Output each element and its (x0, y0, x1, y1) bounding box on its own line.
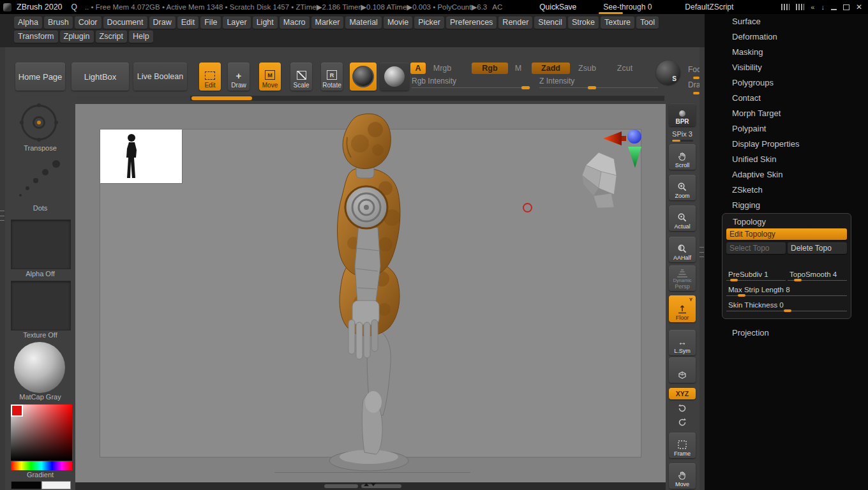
spin-cw-button[interactable] (675, 416, 689, 429)
menu-item[interactable]: Edit (177, 17, 199, 29)
current-material-button[interactable] (350, 63, 377, 91)
tray-toggle-left-icon[interactable] (781, 4, 789, 10)
palette-section[interactable]: Adaptive Skin (705, 167, 868, 182)
quicksave-button[interactable]: QuickSave (539, 3, 576, 11)
right-divider-grip[interactable] (700, 247, 704, 257)
skin-thickness-slider[interactable]: Skin Thickness 0 (726, 300, 847, 311)
menu-item[interactable]: Movie (384, 17, 412, 29)
frame-button[interactable]: Frame (669, 433, 696, 458)
move-mode-button[interactable]: M Move (259, 63, 281, 91)
menu-item[interactable]: Preferences (446, 17, 497, 29)
menu-item[interactable]: Light (253, 17, 278, 29)
arrow-down-icon[interactable] (371, 483, 376, 486)
stroke-dots-icon[interactable] (14, 158, 65, 203)
menu-item[interactable]: Color (75, 17, 101, 29)
spix-handle[interactable] (672, 140, 680, 142)
palette-section[interactable]: Unified Skin (705, 152, 868, 167)
menu-item[interactable]: Stencil (534, 17, 566, 29)
menu-item[interactable]: File (200, 17, 221, 29)
current-color-swatch[interactable] (11, 405, 23, 417)
transpose-gizmo-icon[interactable] (21, 105, 57, 140)
m-toggle[interactable]: M (513, 63, 524, 74)
rgb-intensity-slider[interactable]: Rgb Intensity (412, 77, 530, 88)
arrow-up-icon[interactable] (364, 483, 369, 486)
spin-ccw-button[interactable] (675, 402, 689, 415)
spix-slider[interactable]: SPix 3 (669, 130, 696, 142)
palette-section[interactable]: Surface (705, 14, 868, 29)
minimize-icon[interactable] (831, 4, 837, 10)
canvas-size-arrows[interactable] (364, 483, 376, 486)
scrollbar-thumb[interactable] (324, 484, 358, 488)
local-symmetry-button[interactable]: ↔ L.Sym (669, 330, 696, 355)
alpha-selector[interactable] (11, 219, 71, 269)
menu-item[interactable]: Draw (149, 17, 176, 29)
presubdiv-handle[interactable] (730, 279, 738, 281)
aahalf-button[interactable]: AAHalf (669, 237, 696, 262)
menu-item[interactable]: Marker (311, 17, 344, 29)
z-intensity-handle[interactable] (588, 86, 596, 89)
toposmooth-handle[interactable] (794, 279, 802, 281)
a-toggle[interactable]: A (410, 63, 426, 74)
menu-item[interactable]: Zplugin (60, 31, 94, 43)
zsub-toggle[interactable]: Zsub (575, 63, 599, 74)
scale-mode-button[interactable]: Scale (290, 63, 312, 91)
material-selector[interactable] (14, 342, 65, 393)
palette-section[interactable]: Polygroups (705, 75, 868, 91)
menu-item[interactable]: Texture (601, 17, 634, 29)
skin-thickness-handle[interactable] (784, 309, 791, 312)
current-stroke-button[interactable]: S (656, 61, 680, 85)
document-canvas[interactable] (75, 104, 666, 482)
draw-size-handle[interactable] (693, 92, 700, 94)
texture-selector[interactable] (11, 281, 71, 330)
palette-section-projection[interactable]: Projection (705, 325, 868, 341)
edit-mode-button[interactable]: Edit (199, 63, 221, 91)
rotate-mode-button[interactable]: R Rotate (321, 63, 343, 91)
z-intensity-slider[interactable]: Z Intensity (539, 77, 658, 88)
close-icon[interactable]: ✕ (856, 3, 862, 11)
rgb-intensity-handle[interactable] (521, 86, 530, 89)
left-divider-grip[interactable] (0, 211, 4, 221)
palette-section[interactable]: ZSketch (705, 182, 868, 198)
menu-item[interactable]: Alpha (14, 17, 42, 29)
shelf-scrollbar[interactable] (77, 96, 664, 101)
palette-section[interactable]: Deformation (705, 29, 868, 45)
dynamic-persp-button[interactable]: Dynamic Persp (669, 265, 696, 291)
tray-toggle-right-icon[interactable] (796, 4, 804, 10)
mrgb-toggle[interactable]: Mrgb (430, 63, 455, 74)
scroll-thumb[interactable] (191, 96, 252, 100)
menu-item[interactable]: Help (129, 31, 153, 43)
palette-section[interactable]: Masking (705, 45, 868, 60)
scroll-button[interactable]: Scroll (669, 144, 696, 170)
download-icon[interactable]: ↓ (821, 4, 825, 11)
move-canvas-button[interactable]: Move (669, 463, 696, 489)
menu-item[interactable]: Brush (44, 17, 73, 29)
bpr-button[interactable]: BPR (669, 103, 696, 126)
canvas-scrollbar[interactable] (75, 482, 666, 490)
palette-section[interactable]: Contact (705, 91, 868, 106)
secondary-material-button[interactable] (380, 63, 409, 91)
max-strip-length-handle[interactable] (738, 294, 745, 297)
focal-shift-handle[interactable] (693, 77, 700, 79)
menu-item[interactable]: Zscript (96, 31, 128, 43)
select-topo-button[interactable]: Select Topo (726, 242, 786, 254)
floor-button[interactable]: Y Floor (669, 295, 696, 322)
palette-section[interactable]: Polypaint (705, 121, 868, 137)
palette-section[interactable]: Rigging (705, 198, 868, 213)
axis-gizmo[interactable] (602, 128, 642, 168)
presubdiv-slider[interactable]: PreSubdiv 1 (726, 269, 786, 281)
menu-item[interactable]: Layer (223, 17, 250, 29)
menu-item[interactable]: Stroke (568, 17, 599, 29)
live-boolean-button[interactable]: Live Boolean (133, 63, 187, 91)
default-zscript-button[interactable]: DefaultZScript (685, 3, 733, 11)
see-through-slider[interactable]: See-through 0 (603, 3, 652, 11)
main-color-swatch[interactable] (11, 481, 41, 489)
xyz-symmetry-button[interactable]: XYZ (669, 388, 696, 399)
toposmooth-slider[interactable]: TopoSmooth 4 (788, 269, 847, 281)
local-pivot-button[interactable] (669, 357, 696, 383)
menu-item[interactable]: Render (498, 17, 532, 29)
palette-section[interactable]: Display Properties (705, 137, 868, 152)
menu-item[interactable]: Material (345, 17, 381, 29)
rgb-toggle[interactable]: Rgb (472, 63, 508, 74)
edit-topology-button[interactable]: Edit Topology (726, 228, 847, 240)
menu-item[interactable]: Picker (414, 17, 444, 29)
